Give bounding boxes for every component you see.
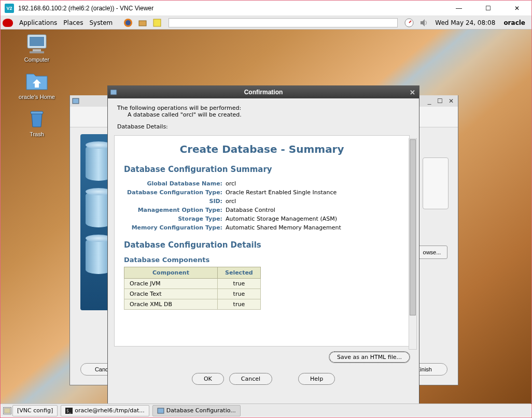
- svg-text:$_: $_: [66, 409, 72, 413]
- summary-heading: Create Database - Summary: [124, 143, 400, 155]
- vnc-titlebar[interactable]: V2 192.168.60.100:2 (rhel6:2 (oracle)) -…: [1, 1, 531, 16]
- desktop-icon-label: Trash: [30, 131, 44, 137]
- kv-row: Global Database Name:orcl: [124, 180, 400, 187]
- ok-button[interactable]: OK: [192, 373, 224, 385]
- dialog-title: Confirmation: [244, 89, 283, 96]
- taskbar-item-vnc-config[interactable]: [VNC config]: [12, 405, 58, 416]
- svg-rect-11: [35, 83, 39, 88]
- desktop-icon-home[interactable]: oracle's Home: [11, 71, 63, 100]
- content-scrollbar[interactable]: [409, 138, 417, 350]
- dbca-browse-button[interactable]: owse...: [416, 246, 447, 259]
- svg-rect-3: [153, 19, 161, 26]
- kv-row: Memory Configuration Type:Automatic Shar…: [124, 224, 400, 231]
- dialog-content-pane[interactable]: Create Database - Summary Database Confi…: [114, 135, 410, 347]
- svg-rect-14: [110, 90, 117, 95]
- dbca-window-controls[interactable]: _ ☐ ✕: [428, 97, 456, 105]
- svg-rect-18: [158, 408, 164, 413]
- dialog-close-button[interactable]: ✕: [408, 88, 417, 97]
- kv-row: Management Option Type:Database Control: [124, 207, 400, 213]
- gnome-clock[interactable]: Wed May 24, 08:08: [435, 19, 495, 26]
- table-header-component: Component: [124, 267, 218, 279]
- svg-rect-9: [33, 49, 41, 51]
- section-components-heading: Database Components: [124, 256, 400, 264]
- svg-rect-8: [30, 37, 44, 46]
- gnome-bottom-panel: [VNC config] $_ oracle@rhel6:/tmp/dat...…: [1, 403, 531, 417]
- show-desktop-button[interactable]: [3, 407, 11, 414]
- confirmation-dialog: Confirmation ✕ The following operations …: [107, 85, 419, 407]
- table-row: Oracle XML DBtrue: [124, 299, 261, 310]
- desktop[interactable]: Computer oracle's Home Trash _ ☐ ✕: [1, 30, 531, 404]
- table-header-selected: Selected: [218, 267, 261, 279]
- svg-rect-12: [31, 111, 43, 114]
- table-row: Oracle Texttrue: [124, 289, 261, 299]
- help-button[interactable]: Help: [298, 373, 335, 385]
- taskbar-label: oracle@rhel6:/tmp/dat...: [75, 407, 145, 414]
- kv-row: SID:orcl: [124, 198, 400, 205]
- dialog-titlebar[interactable]: Confirmation ✕: [108, 86, 419, 98]
- svg-marker-6: [421, 19, 425, 26]
- dialog-window-icon: [110, 89, 117, 96]
- svg-rect-15: [4, 408, 10, 413]
- vnc-maximize-button[interactable]: ☐: [478, 2, 498, 15]
- kv-row: Database Configuration Type:Oracle Resta…: [124, 189, 400, 196]
- svg-rect-13: [73, 98, 79, 104]
- svg-rect-2: [139, 21, 146, 26]
- vnc-logo-icon: V2: [5, 4, 14, 13]
- terminal-icon: $_: [65, 408, 73, 414]
- scrollbar-thumb[interactable]: [410, 139, 416, 315]
- svg-rect-10: [30, 51, 44, 53]
- components-table: ComponentSelected Oracle JVMtrue Oracle …: [124, 267, 261, 310]
- section-details-heading: Database Configuration Details: [124, 240, 400, 250]
- desktop-icon-label: Computer: [24, 56, 49, 63]
- desktop-icon-computer[interactable]: Computer: [11, 34, 63, 63]
- desktop-icon-trash[interactable]: Trash: [11, 108, 63, 137]
- notes-icon[interactable]: [151, 17, 163, 28]
- save-as-html-button[interactable]: Save as an HTML file...: [329, 352, 410, 363]
- dbca-window-icon: [72, 97, 79, 105]
- redhat-icon[interactable]: [3, 19, 13, 27]
- gnome-top-panel: Applications Places System Wed May 24, 0…: [1, 16, 531, 30]
- vnc-window: V2 192.168.60.100:2 (rhel6:2 (oracle)) -…: [0, 0, 532, 418]
- firefox-icon[interactable]: [122, 17, 134, 28]
- taskbar-item-dbca[interactable]: Database Configuratio...: [152, 405, 241, 416]
- vnc-title: 192.168.60.100:2 (rhel6:2 (oracle)) - VN…: [18, 5, 449, 12]
- taskbar-label: Database Configuratio...: [166, 407, 236, 414]
- taskbar-item-terminal[interactable]: $_ oracle@rhel6:/tmp/dat...: [61, 405, 149, 416]
- panel-spacer: [169, 18, 398, 27]
- vnc-minimize-button[interactable]: —: [449, 2, 469, 15]
- desktop-icon-label: oracle's Home: [19, 94, 55, 100]
- table-row: Oracle JVMtrue: [124, 279, 261, 289]
- dialog-intro-text: The following operations will be perform…: [108, 98, 419, 132]
- svg-point-1: [125, 20, 131, 25]
- cancel-button[interactable]: Cancel: [229, 373, 272, 385]
- dbca-icon: [157, 408, 164, 414]
- kv-row: Storage Type:Automatic Storage Managemen…: [124, 215, 400, 222]
- gnome-user-menu[interactable]: oracle: [503, 19, 525, 26]
- system-menu[interactable]: System: [86, 18, 116, 27]
- places-menu[interactable]: Places: [60, 18, 86, 27]
- package-icon[interactable]: [137, 17, 148, 28]
- vnc-close-button[interactable]: ✕: [507, 2, 527, 15]
- cpu-meter-icon[interactable]: [403, 17, 415, 28]
- section-summary-heading: Database Configuration Summary: [124, 165, 400, 174]
- taskbar-label: [VNC config]: [17, 407, 53, 414]
- applications-menu[interactable]: Applications: [16, 18, 60, 27]
- desktop-icons: Computer oracle's Home Trash: [11, 34, 63, 146]
- volume-icon[interactable]: [418, 17, 429, 28]
